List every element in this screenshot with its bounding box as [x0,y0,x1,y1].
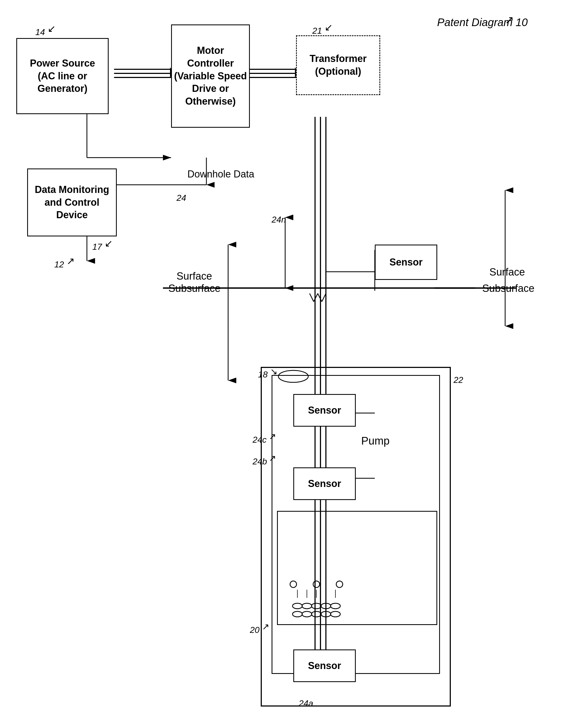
ref-14-arrow: ↙ [48,23,56,34]
svg-line-20 [310,293,314,302]
ref-17: 17 [92,242,102,252]
ref-12-arrow: ↗ [66,255,75,267]
ref-24-label: 24 [176,193,186,203]
ref-20-arrow: ↗ [262,622,270,632]
svg-line-22 [318,293,322,302]
power-source-box: Power Source(AC line orGenerator) [16,38,109,114]
downhole-data-label: Downhole Data [187,168,254,180]
transformer-box: Transformer(Optional) [296,35,380,95]
ref-20: 20 [250,625,260,635]
motor-box [277,511,437,625]
motor-controller-box: MotorController(Variable SpeedDrive orOt… [171,24,250,128]
ref-14: 14 [35,27,45,37]
technical-diagram: Patent Diagram 10 ↗ 14 ↙ 16 ↙ 21 ↙ Power… [0,0,582,728]
subsurface-label-left: Subsurface [168,283,221,294]
ref-21: 21 [312,26,322,36]
sensor-bottom-box: Sensor [293,649,356,682]
sensor-surface-box: Sensor [375,244,437,280]
surface-label-right: Surface [490,266,525,278]
ref-22: 22 [453,375,463,385]
ref-12: 12 [54,260,64,269]
ref-24c-arrow: ↗ [269,431,276,442]
pump-label: Pump [361,435,390,447]
subsurface-label-right: Subsurface [482,283,534,294]
surface-label-left: Surface [176,270,212,282]
ref-17-arrow: ↙ [105,238,113,249]
ref-24a: 24a [299,698,313,708]
ref-24c: 24c [253,435,267,445]
sensor-motor-top-box: Sensor [293,467,356,500]
ref-24n: 24n [272,215,286,225]
ref-24b: 24b [253,457,267,467]
ref-21-arrow: ↙ [325,22,333,33]
figure-arrow: ↗ [505,14,514,26]
svg-line-21 [314,293,318,302]
data-monitoring-box: Data Monitoringand ControlDevice [27,168,117,236]
svg-line-23 [322,293,326,302]
ref-24b-arrow: ↗ [269,453,276,463]
sensor-pump-box: Sensor [293,394,356,427]
